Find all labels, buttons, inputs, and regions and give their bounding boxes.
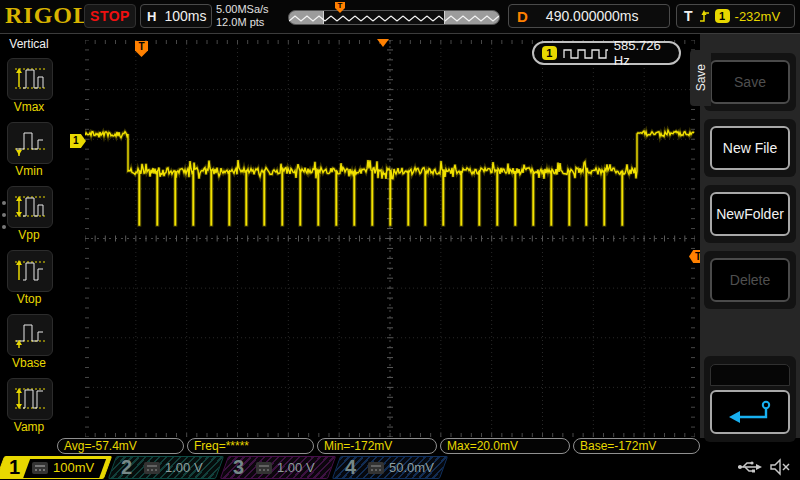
rigol-logo: RIGOL bbox=[5, 2, 90, 29]
channel1-scale: 100mV bbox=[53, 460, 94, 475]
sidebar-item-vpp[interactable] bbox=[7, 186, 53, 228]
menu-tab-label: Save bbox=[694, 64, 708, 91]
trigger-level-value: -232mV bbox=[735, 9, 781, 24]
memory-depth: 12.0M pts bbox=[216, 16, 269, 29]
dc-coupling-icon bbox=[368, 462, 384, 474]
channel3-status: 3 1.00 V bbox=[224, 456, 334, 479]
channel3-scale: 1.00 V bbox=[277, 460, 315, 475]
dc-coupling-icon bbox=[32, 462, 48, 474]
sample-rate: 5.00MSa/s bbox=[216, 3, 269, 16]
channel4-scale: 50.0mV bbox=[389, 460, 434, 475]
sidebar-item-vmax[interactable] bbox=[7, 58, 53, 100]
page-indicator-dot bbox=[2, 201, 6, 205]
vamp-measure-icon bbox=[12, 384, 48, 414]
measurement-avg: Avg=-57.4mV bbox=[57, 438, 184, 454]
channel-status-bar: 1 100mV 2 1.00 V 3 1.00 V 4 bbox=[0, 455, 800, 480]
trigger-label: T bbox=[684, 8, 693, 24]
vtop-measure-icon bbox=[12, 256, 48, 286]
frequency-counter: 1 585.726 Hz bbox=[532, 41, 681, 65]
acquisition-info: 5.00MSa/s 12.0M pts bbox=[216, 3, 269, 29]
delete-button[interactable]: Delete bbox=[710, 258, 790, 302]
measurement-freq: Freq=***** bbox=[187, 438, 314, 454]
new-file-button[interactable]: New File bbox=[710, 126, 790, 170]
delay-box: D 490.000000ms bbox=[508, 4, 670, 28]
preview-wave-icon-front bbox=[289, 11, 499, 24]
channel2-number: 2 bbox=[121, 456, 132, 479]
trigger-slope-rising-icon bbox=[698, 8, 710, 24]
run-state-label: STOP bbox=[90, 8, 130, 24]
page-indicator-dot bbox=[2, 225, 6, 229]
soft-menu-panel: Save New File NewFolder Delete bbox=[700, 34, 800, 438]
square-wave-icon bbox=[563, 47, 608, 60]
run-state-indicator: STOP bbox=[84, 4, 136, 28]
menu-slot-header bbox=[710, 364, 790, 386]
vmax-measure-icon bbox=[12, 64, 48, 94]
delay-label: D bbox=[517, 8, 528, 25]
back-button[interactable] bbox=[710, 390, 790, 434]
sidebar-item-vmin-label: Vmin bbox=[0, 164, 58, 178]
vmin-measure-icon bbox=[12, 128, 48, 158]
channel1-number: 1 bbox=[9, 456, 20, 479]
measurement-base: Base=-172mV bbox=[573, 438, 700, 454]
measurement-max: Max=20.0mV bbox=[440, 438, 570, 454]
usb-icon bbox=[736, 459, 762, 475]
waveform-display: T 1 T 1 585.726 Hz bbox=[58, 34, 700, 438]
channel3-number: 3 bbox=[233, 456, 244, 479]
freq-counter-channel-badge: 1 bbox=[542, 46, 557, 60]
sidebar-item-vamp[interactable] bbox=[7, 378, 53, 420]
channel1-status: 1 100mV bbox=[0, 456, 110, 479]
trigger-source-badge: 1 bbox=[715, 9, 730, 23]
sidebar-title: Vertical bbox=[0, 37, 58, 51]
dc-coupling-icon bbox=[256, 462, 272, 474]
save-button[interactable]: Save bbox=[710, 60, 790, 104]
channel2-status: 2 1.00 V bbox=[112, 456, 222, 479]
menu-tab-save: Save bbox=[690, 50, 711, 106]
dc-coupling-icon bbox=[144, 462, 160, 474]
sidebar-item-vmax-label: Vmax bbox=[0, 100, 58, 114]
memory-waveform-preview: T bbox=[288, 10, 500, 25]
timebase-label: H bbox=[147, 9, 156, 24]
channel1-waveform bbox=[85, 40, 695, 437]
top-status-bar: RIGOL STOP H 100ms 5.00MSa/s 12.0M pts T… bbox=[0, 0, 800, 34]
freq-counter-value: 585.726 Hz bbox=[614, 38, 679, 68]
timebase-value: 100ms bbox=[164, 8, 206, 24]
speaker-muted-icon bbox=[768, 458, 792, 476]
page-indicator-dot bbox=[2, 213, 6, 217]
sidebar-item-vamp-label: Vamp bbox=[0, 420, 58, 434]
sidebar-item-vpp-label: Vpp bbox=[0, 228, 58, 242]
measurement-min: Min=-172mV bbox=[317, 438, 437, 454]
sidebar-item-vbase-label: Vbase bbox=[0, 356, 58, 370]
trigger-box: T 1 -232mV bbox=[676, 4, 795, 28]
measure-sidebar: Vertical Vmax Vmin Vpp bbox=[0, 34, 58, 438]
channel2-scale: 1.00 V bbox=[165, 460, 203, 475]
vbase-measure-icon bbox=[12, 320, 48, 350]
sidebar-item-vtop-label: Vtop bbox=[0, 292, 58, 306]
new-folder-button[interactable]: NewFolder bbox=[710, 192, 790, 236]
horizontal-timebase-box: H 100ms bbox=[140, 4, 212, 28]
sidebar-item-vbase[interactable] bbox=[7, 314, 53, 356]
sidebar-item-vmin[interactable] bbox=[7, 122, 53, 164]
delay-value: 490.000000ms bbox=[546, 8, 639, 24]
vpp-measure-icon bbox=[12, 192, 48, 222]
channel4-status: 4 50.0mV bbox=[336, 456, 446, 479]
channel1-ground-marker[interactable]: 1 bbox=[70, 134, 86, 148]
delay-center-marker bbox=[377, 39, 389, 47]
channel4-number: 4 bbox=[345, 456, 356, 479]
return-arrow-icon bbox=[724, 397, 776, 427]
sidebar-item-vtop[interactable] bbox=[7, 250, 53, 292]
